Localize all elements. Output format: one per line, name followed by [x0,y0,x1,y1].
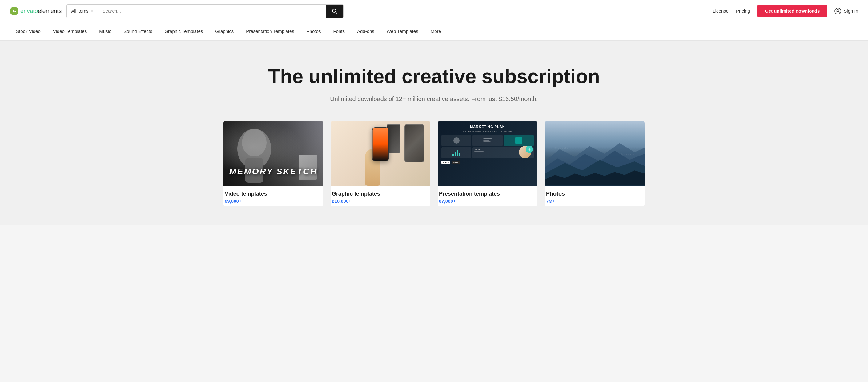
search-category-dropdown[interactable]: All items [67,5,98,18]
pres-cell-4 [441,147,471,158]
pres-cell-2 [472,135,502,146]
card-graphic-title: Graphic templates [332,191,429,197]
nav-graphic-templates[interactable]: Graphic Templates [158,22,209,40]
card-video-templates[interactable]: MEMORY SKETCH Video templates 69,000+ [223,121,323,206]
card-graphic-templates[interactable]: Graphic templates 210,000+ [331,121,430,206]
card-photos-thumb: © envato © envato [545,121,645,186]
main-nav: Stock Video Video Templates Music Sound … [0,22,868,41]
header-links: License Pricing Get unlimited downloads … [713,5,858,17]
pres-toggle-group: WRITE DARK [441,161,534,164]
card-presentation-templates[interactable]: MARKETING PLAN PROFESSIONAL POWERPOINT T… [438,121,537,206]
hero-title: The unlimited creative subscription [10,65,858,88]
card-graphic-count: 210,000+ [332,198,429,204]
pres-subtitle: PROFESSIONAL POWERPOINT TEMPLATE [441,130,534,133]
nav-photos[interactable]: Photos [301,22,327,40]
search-category-label: All items [71,8,89,13]
sign-in-button[interactable]: Sign In [834,8,858,14]
card-photos-count: 7M+ [546,198,643,204]
nav-fonts[interactable]: Fonts [327,22,351,40]
nav-music[interactable]: Music [93,22,117,40]
search-button[interactable] [326,5,343,18]
watermark-envato-right: © envato [621,153,634,155]
card-video-thumb: MEMORY SKETCH [223,121,323,186]
search-bar: All items [66,4,343,18]
card-presentation-thumb: MARKETING PLAN PROFESSIONAL POWERPOINT T… [438,121,537,186]
search-input[interactable] [98,5,326,18]
pricing-link[interactable]: Pricing [736,8,750,13]
card-photos-title: Photos [546,191,643,197]
mountain-svg [545,137,645,186]
card-video-count: 69,000+ [225,198,322,204]
user-icon [834,8,841,14]
svg-point-5 [242,129,267,156]
hero-subtitle: Unlimited downloads of 12+ million creat… [10,95,858,102]
watermark-envato-left: © envato [555,147,568,149]
pres-title: MARKETING PLAN [441,125,534,128]
nav-video-templates[interactable]: Video Templates [47,22,93,40]
nav-web-templates[interactable]: Web Templates [380,22,425,40]
pres-plus-icon: + [526,146,533,153]
site-header: envatoelements All items License Pricing… [0,0,868,22]
search-icon [332,8,338,14]
pres-cell-5: Title text [472,147,534,158]
license-link[interactable]: License [713,8,728,13]
cta-button[interactable]: Get unlimited downloads [757,5,827,17]
envato-logo-icon [10,7,19,16]
nav-addons[interactable]: Add-ons [351,22,380,40]
logo[interactable]: envatoelements [10,7,62,16]
card-presentation-title: Presentation templates [439,191,536,197]
card-graphic-thumb [331,121,430,186]
logo-text: envatoelements [20,8,62,14]
nav-more[interactable]: More [425,22,447,40]
card-graphic-body: Graphic templates 210,000+ [331,186,430,206]
card-presentation-body: Presentation templates 87,000+ [438,186,537,206]
pres-cell-3 [504,135,534,146]
card-video-body: Video templates 69,000+ [223,186,323,206]
card-video-title: Video templates [225,191,322,197]
pres-cell-1 [441,135,471,146]
category-cards-grid: MEMORY SKETCH Video templates 69,000+ [219,121,649,206]
hands-phone-group [361,124,400,186]
nav-presentation-templates[interactable]: Presentation Templates [240,22,300,40]
card-presentation-count: 87,000+ [439,198,536,204]
chevron-down-icon [91,9,94,12]
pres-slide-grid: Title text [441,135,534,158]
card-photos-body: Photos 7M+ [545,186,645,206]
nav-graphics[interactable]: Graphics [209,22,240,40]
nav-stock-video[interactable]: Stock Video [10,22,47,40]
card-photos[interactable]: © envato © envato Photos 7M+ [545,121,645,206]
sign-in-label: Sign In [844,8,858,13]
video-card-overlay-text: MEMORY SKETCH [223,167,323,177]
nav-sound-effects[interactable]: Sound Effects [117,22,158,40]
hero-section: The unlimited creative subscription Unli… [0,41,868,225]
